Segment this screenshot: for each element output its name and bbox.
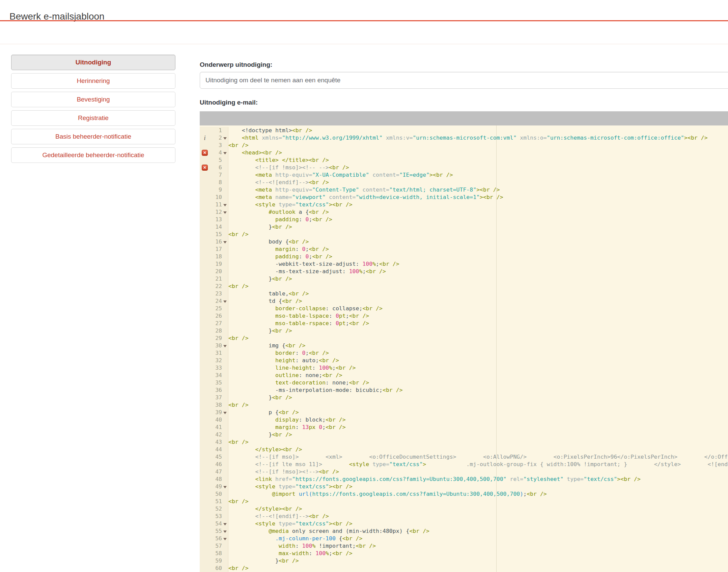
code-text[interactable]: <meta http-equiv="Content-Type" content=… — [228, 186, 728, 194]
code-text[interactable]: border-collapse: collapse;<br /> — [228, 305, 728, 312]
sidebar-button-gedetailleerde-beheerder-notificatie[interactable]: Gedetailleerde beheerder-notificatie — [11, 147, 175, 163]
code-text[interactable]: <title> </title><br /> — [228, 156, 728, 164]
code-text[interactable]: </style><br /> — [228, 446, 728, 453]
code-line: 54 <style type="text/css"><br /> — [200, 520, 728, 527]
code-text[interactable]: line-height: 100%;<br /> — [228, 364, 728, 372]
fold-arrow-icon[interactable] — [222, 149, 228, 156]
code-text[interactable]: <style type="text/css"><br /> — [228, 483, 728, 490]
fold-arrow-icon[interactable] — [222, 520, 228, 527]
code-text[interactable]: <html xmlns="http://www.w3.org/1999/xhtm… — [228, 134, 728, 142]
code-text[interactable]: </style><br /> — [228, 505, 728, 513]
sidebar-button-basis-beheerder-notificatie[interactable]: Basis beheerder-notificatie — [11, 129, 175, 144]
code-text[interactable]: -ms-text-size-adjust: 100%;<br /> — [228, 268, 728, 275]
code-text[interactable]: td {<br /> — [228, 297, 728, 305]
editor-gutter: 20 — [200, 268, 228, 275]
code-text[interactable]: <!doctype html><br /> — [228, 127, 728, 134]
code-text[interactable]: }<br /> — [228, 431, 728, 438]
code-text[interactable]: .mj-column-per-100 {<br /> — [228, 535, 728, 542]
code-text[interactable]: <br /> — [228, 401, 728, 409]
editor-code-area[interactable]: 1 <!doctype html><br />i2 <html xmlns="h… — [200, 125, 728, 572]
code-text[interactable]: width: 100% !important;<br /> — [228, 542, 728, 550]
code-text[interactable]: @media only screen and (min-width:480px)… — [228, 527, 728, 535]
code-text[interactable]: <!--<![endif]--><br /> — [228, 179, 728, 186]
code-text[interactable]: <br /> — [228, 231, 728, 238]
sidebar-button-bevestiging[interactable]: Bevestiging — [11, 92, 175, 107]
line-number: 25 — [210, 305, 222, 312]
code-text[interactable]: <style type="text/css"><br /> — [228, 201, 728, 208]
sidebar-button-registratie[interactable]: Registratie — [11, 110, 175, 126]
code-text[interactable]: border: 0;<br /> — [228, 349, 728, 357]
fold-cell — [222, 127, 228, 134]
fold-arrow-icon[interactable] — [222, 535, 228, 542]
code-text[interactable]: <br /> — [228, 498, 728, 505]
code-text[interactable]: }<br /> — [228, 394, 728, 401]
code-text[interactable]: <!--[if !mso]><!-- --><br /> — [228, 164, 728, 171]
line-number: 38 — [210, 401, 222, 409]
code-text[interactable]: <head><br /> — [228, 149, 728, 156]
fold-cell — [222, 498, 228, 505]
code-text[interactable]: padding: 0;<br /> — [228, 253, 728, 260]
code-text[interactable]: <!--[if mso]> <xml> <o:OfficeDocumentSet… — [228, 453, 728, 461]
code-text[interactable]: <br /> — [228, 335, 728, 342]
fold-arrow-icon[interactable] — [222, 134, 228, 142]
fold-arrow-icon[interactable] — [222, 409, 228, 416]
code-line: 51<br /> — [200, 498, 728, 505]
code-text[interactable]: body {<br /> — [228, 238, 728, 246]
code-text[interactable]: padding: 0;<br /> — [228, 216, 728, 223]
line-number: 43 — [210, 438, 222, 446]
code-text[interactable]: }<br /> — [228, 327, 728, 335]
code-text[interactable]: <meta name="viewport" content="width=dev… — [228, 194, 728, 201]
code-text[interactable]: <!--[if lte mso 11]> <style type="text/c… — [228, 461, 728, 468]
code-text[interactable]: height: auto;<br /> — [228, 357, 728, 364]
editor-gutter: ✕4 — [200, 149, 228, 156]
code-text[interactable]: margin: 13px 0;<br /> — [228, 424, 728, 431]
code-text[interactable]: <br /> — [228, 283, 728, 290]
editor-gutter: ✕6 — [200, 164, 228, 171]
sidebar-button-herinnering[interactable]: Herinnering — [11, 73, 175, 89]
code-text[interactable]: p {<br /> — [228, 409, 728, 416]
code-text[interactable]: -webkit-text-size-adjust: 100%;<br /> — [228, 260, 728, 268]
code-text[interactable]: @import url(https://fonts.googleapis.com… — [228, 490, 728, 498]
sidebar-button-uitnodiging[interactable]: Uitnodiging — [11, 55, 175, 70]
info-marker-cell: i — [200, 134, 210, 142]
code-line: 39 p {<br /> — [200, 409, 728, 416]
code-text[interactable]: text-decoration: none;<br /> — [228, 379, 728, 387]
code-text[interactable]: }<br /> — [228, 557, 728, 565]
code-text[interactable]: <br /> — [228, 438, 728, 446]
fold-arrow-icon[interactable] — [222, 342, 228, 349]
code-text[interactable]: margin: 0;<br /> — [228, 246, 728, 253]
code-text[interactable]: <!--<![endif]--><br /> — [228, 513, 728, 520]
code-text[interactable]: table,<br /> — [228, 290, 728, 297]
code-text[interactable]: max-width: 100%;<br /> — [228, 550, 728, 557]
line-number: 36 — [210, 387, 222, 394]
marker-cell — [200, 305, 210, 312]
fold-arrow-icon[interactable] — [222, 527, 228, 535]
code-text[interactable]: mso-table-rspace: 0pt;<br /> — [228, 320, 728, 327]
code-text[interactable]: img {<br /> — [228, 342, 728, 349]
code-text[interactable]: <!--[if !mso]><!--><br /> — [228, 468, 728, 476]
editor-gutter: 48 — [200, 476, 228, 483]
code-text[interactable]: <link href="https://fonts.googleapis.com… — [228, 476, 728, 483]
fold-arrow-icon[interactable] — [222, 238, 228, 246]
code-text[interactable]: <style type="text/css"><br /> — [228, 520, 728, 527]
fold-arrow-icon[interactable] — [222, 201, 228, 208]
code-text[interactable]: <br /> — [228, 142, 728, 149]
code-text[interactable]: }<br /> — [228, 275, 728, 283]
code-text[interactable]: <br /> — [228, 565, 728, 572]
fold-arrow-icon[interactable] — [222, 483, 228, 490]
code-text[interactable]: display: block;<br /> — [228, 416, 728, 424]
fold-arrow-icon[interactable] — [222, 297, 228, 305]
error-icon: ✕ — [202, 150, 208, 156]
code-text[interactable]: mso-table-lspace: 0pt;<br /> — [228, 312, 728, 320]
code-text[interactable]: <meta http-equiv="X-UA-Compatible" conte… — [228, 171, 728, 179]
marker-cell — [200, 268, 210, 275]
code-text[interactable]: }<br /> — [228, 223, 728, 231]
code-text[interactable]: #outlook a {<br /> — [228, 208, 728, 216]
code-line: 29<br /> — [200, 335, 728, 342]
subject-input[interactable] — [200, 72, 728, 89]
fold-arrow-icon[interactable] — [222, 208, 228, 216]
code-text[interactable]: outline: none;<br /> — [228, 372, 728, 379]
marker-cell — [200, 550, 210, 557]
code-text[interactable]: -ms-interpolation-mode: bicubic;<br /> — [228, 387, 728, 394]
error-marker-cell: ✕ — [200, 164, 210, 171]
